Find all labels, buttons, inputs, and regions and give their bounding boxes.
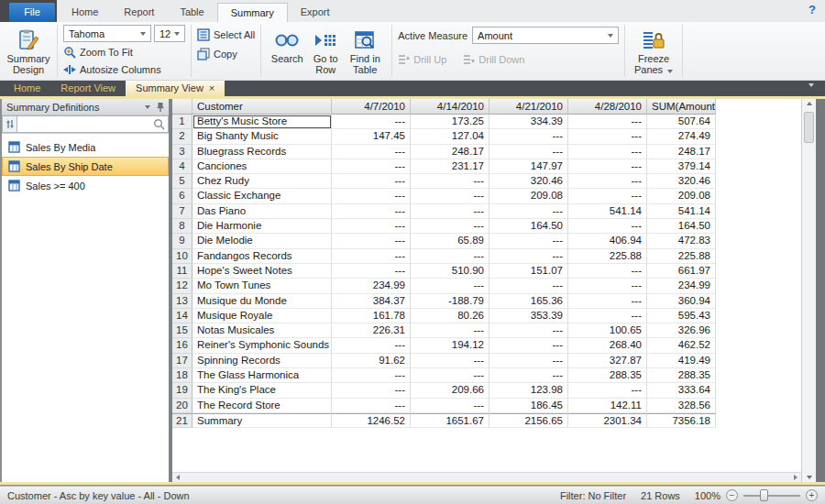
value-cell[interactable]: --- xyxy=(332,249,411,264)
value-cell[interactable]: 225.88 xyxy=(647,249,716,264)
copy-button[interactable]: Copy xyxy=(197,46,255,62)
search-button[interactable]: Search xyxy=(267,25,307,77)
column-header[interactable]: Customer xyxy=(192,99,332,115)
value-cell[interactable]: 234.99 xyxy=(332,279,411,293)
scroll-down-icon[interactable] xyxy=(807,476,812,479)
value-cell[interactable]: --- xyxy=(568,129,647,144)
value-cell[interactable]: 123.98 xyxy=(490,383,568,398)
zoom-slider-thumb[interactable] xyxy=(760,489,768,501)
row-number-cell[interactable]: 15 xyxy=(172,323,192,338)
row-number-cell[interactable]: 16 xyxy=(172,338,192,353)
value-cell[interactable]: 209.08 xyxy=(490,189,568,203)
ribbon-tab-summary[interactable]: Summary xyxy=(217,3,288,22)
value-cell[interactable]: 595.43 xyxy=(647,309,716,323)
value-cell[interactable]: --- xyxy=(490,249,568,264)
row-number-cell[interactable]: 5 xyxy=(172,174,192,189)
scroll-left-icon[interactable] xyxy=(176,475,180,480)
goto-row-button[interactable]: Go to Row xyxy=(307,25,344,77)
help-button[interactable]: ? xyxy=(808,3,816,16)
value-cell[interactable]: --- xyxy=(568,309,647,323)
value-cell[interactable]: 7356.18 xyxy=(647,413,716,428)
value-cell[interactable]: 510.90 xyxy=(411,264,490,279)
value-cell[interactable]: --- xyxy=(411,323,490,338)
value-cell[interactable]: 1651.67 xyxy=(411,413,490,428)
value-cell[interactable]: 462.52 xyxy=(647,338,716,353)
value-cell[interactable]: 541.14 xyxy=(568,204,647,219)
row-number-cell[interactable]: 8 xyxy=(172,219,192,234)
value-cell[interactable]: --- xyxy=(568,294,647,309)
value-cell[interactable]: 268.40 xyxy=(568,338,647,353)
value-cell[interactable]: 2156.65 xyxy=(490,413,568,428)
row-number-cell[interactable]: 12 xyxy=(172,279,192,293)
value-cell[interactable]: -188.79 xyxy=(411,294,490,309)
customer-cell[interactable]: Mo Town Tunes xyxy=(192,279,332,293)
value-cell[interactable]: --- xyxy=(490,338,568,353)
column-header[interactable]: 4/7/2010 xyxy=(332,99,411,115)
zoom-to-fit-button[interactable]: Zoom To Fit xyxy=(63,45,185,60)
value-cell[interactable]: 288.35 xyxy=(568,368,647,383)
zoom-out-button[interactable]: − xyxy=(726,489,738,501)
value-cell[interactable]: --- xyxy=(490,368,568,383)
customer-cell[interactable]: The Record Store xyxy=(192,399,332,413)
value-cell[interactable]: --- xyxy=(332,145,411,159)
customer-cell[interactable]: The King's Place xyxy=(192,383,332,398)
value-cell[interactable]: --- xyxy=(411,368,490,383)
sidebar-item-sales-400[interactable]: Sales >= 400 xyxy=(2,176,169,195)
value-cell[interactable]: 360.94 xyxy=(647,294,716,309)
value-cell[interactable]: --- xyxy=(332,174,411,189)
find-in-table-button[interactable]: Find in Table xyxy=(344,25,386,77)
value-cell[interactable]: --- xyxy=(332,204,411,219)
value-cell[interactable]: --- xyxy=(411,189,490,203)
value-cell[interactable]: --- xyxy=(332,399,411,413)
value-cell[interactable]: 406.94 xyxy=(568,234,647,248)
font-name-combo[interactable]: Tahoma xyxy=(63,25,151,42)
value-cell[interactable]: 194.12 xyxy=(411,338,490,353)
value-cell[interactable]: 353.39 xyxy=(490,309,568,323)
summary-design-button[interactable]: Summary Design xyxy=(6,25,51,77)
ribbon-tab-table[interactable]: Table xyxy=(167,3,216,22)
value-cell[interactable]: 127.04 xyxy=(411,129,490,144)
definitions-search-field[interactable] xyxy=(17,115,169,133)
customer-cell[interactable]: Musique Royale xyxy=(192,309,332,323)
value-cell[interactable]: 147.45 xyxy=(332,129,411,144)
customer-cell[interactable]: Betty's Music Store xyxy=(192,115,332,129)
zoom-in-button[interactable]: + xyxy=(806,489,818,501)
value-cell[interactable]: --- xyxy=(332,115,411,129)
doc-tab-summary-view[interactable]: Summary View× xyxy=(126,81,225,96)
value-cell[interactable]: 209.66 xyxy=(411,383,490,398)
row-number-cell[interactable]: 1 xyxy=(172,115,192,129)
value-cell[interactable]: 248.17 xyxy=(411,145,490,159)
value-cell[interactable]: --- xyxy=(490,354,568,368)
search-input[interactable] xyxy=(17,119,153,130)
doc-tab-report-view[interactable]: Report View xyxy=(50,81,126,96)
value-cell[interactable]: --- xyxy=(568,383,647,398)
customer-cell[interactable]: Notas Musicales xyxy=(192,323,332,338)
drill-up-button[interactable]: Drill Up xyxy=(398,51,446,68)
customer-cell[interactable]: Musique du Monde xyxy=(192,294,332,309)
value-cell[interactable]: 274.49 xyxy=(647,129,716,144)
value-cell[interactable]: --- xyxy=(332,219,411,234)
horizontal-scrollbar[interactable] xyxy=(172,472,801,482)
value-cell[interactable]: --- xyxy=(568,279,647,293)
value-cell[interactable]: 384.37 xyxy=(332,294,411,309)
value-cell[interactable]: --- xyxy=(411,354,490,368)
value-cell[interactable]: 661.97 xyxy=(647,264,716,279)
close-icon[interactable]: × xyxy=(209,82,214,95)
sort-order-button[interactable] xyxy=(2,115,17,133)
value-cell[interactable]: 288.35 xyxy=(647,368,716,383)
row-number-cell[interactable]: 10 xyxy=(172,249,192,264)
customer-cell[interactable]: Classic Exchange xyxy=(192,189,332,203)
panel-menu-chevron-icon[interactable] xyxy=(145,105,150,109)
value-cell[interactable]: --- xyxy=(568,159,647,174)
value-cell[interactable]: 164.50 xyxy=(647,219,716,234)
value-cell[interactable]: 1246.52 xyxy=(332,413,411,428)
value-cell[interactable]: --- xyxy=(332,368,411,383)
value-cell[interactable]: --- xyxy=(568,145,647,159)
vertical-scrollbar[interactable] xyxy=(801,99,816,482)
customer-cell[interactable]: Hope's Sweet Notes xyxy=(192,264,332,279)
customer-cell[interactable]: Fandangos Records xyxy=(192,249,332,264)
value-cell[interactable]: --- xyxy=(490,145,568,159)
customer-cell[interactable]: Die Melodie xyxy=(192,234,332,248)
row-number-cell[interactable]: 4 xyxy=(172,159,192,174)
value-cell[interactable]: 151.07 xyxy=(490,264,568,279)
